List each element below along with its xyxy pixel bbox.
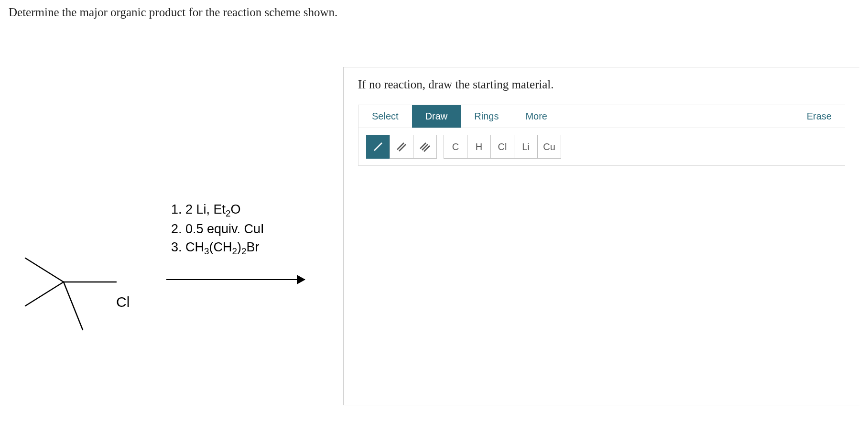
single-bond-icon	[372, 141, 384, 152]
reagent-step-2: 2. 0.5 equiv. CuI	[171, 220, 264, 238]
reaction-arrow	[166, 275, 305, 284]
drawing-panel: If no reaction, draw the starting materi…	[343, 67, 859, 405]
element-c-button[interactable]: C	[444, 135, 467, 159]
starting-molecule: Cl	[9, 229, 152, 335]
triple-bond-icon	[419, 141, 431, 152]
element-cl-button[interactable]: Cl	[490, 135, 514, 159]
svg-line-5	[397, 143, 404, 150]
element-group: C H Cl Li Cu	[444, 135, 561, 159]
svg-line-2	[64, 282, 83, 330]
svg-line-1	[25, 282, 64, 306]
content-row: Cl 1. 2 Li, Et2O 2. 0.5 equiv. CuI 3. CH…	[9, 67, 859, 405]
triple-bond-button[interactable]	[413, 135, 437, 159]
element-h-button[interactable]: H	[467, 135, 491, 159]
single-bond-button[interactable]	[366, 135, 390, 159]
toolbar-tabs: Select Draw Rings More Erase	[358, 105, 845, 128]
tab-draw[interactable]: Draw	[412, 105, 461, 128]
chlorine-label: Cl	[116, 294, 130, 310]
svg-line-4	[374, 143, 382, 151]
tab-erase[interactable]: Erase	[793, 105, 845, 128]
molecule-svg	[9, 229, 152, 335]
double-bond-button[interactable]	[390, 135, 413, 159]
reaction-scheme: Cl 1. 2 Li, Et2O 2. 0.5 equiv. CuI 3. CH…	[9, 201, 315, 354]
tab-select[interactable]: Select	[358, 105, 412, 128]
tool-row: C H Cl Li Cu	[358, 128, 845, 166]
drawing-instruction: If no reaction, draw the starting materi…	[358, 78, 845, 91]
reagent-step-3: 3. CH3(CH2)2Br	[171, 238, 264, 258]
svg-line-6	[399, 144, 406, 151]
svg-line-0	[25, 258, 64, 282]
double-bond-icon	[396, 141, 407, 152]
tab-more[interactable]: More	[512, 105, 561, 128]
bond-group	[366, 135, 437, 159]
reagent-step-1: 1. 2 Li, Et2O	[171, 201, 264, 220]
question-text: Determine the major organic product for …	[9, 6, 859, 19]
element-cu-button[interactable]: Cu	[537, 135, 561, 159]
reaction-scheme-column: Cl 1. 2 Li, Et2O 2. 0.5 equiv. CuI 3. CH…	[9, 67, 343, 354]
tab-rings[interactable]: Rings	[461, 105, 512, 128]
element-li-button[interactable]: Li	[514, 135, 538, 159]
reagent-list: 1. 2 Li, Et2O 2. 0.5 equiv. CuI 3. CH3(C…	[171, 201, 264, 258]
